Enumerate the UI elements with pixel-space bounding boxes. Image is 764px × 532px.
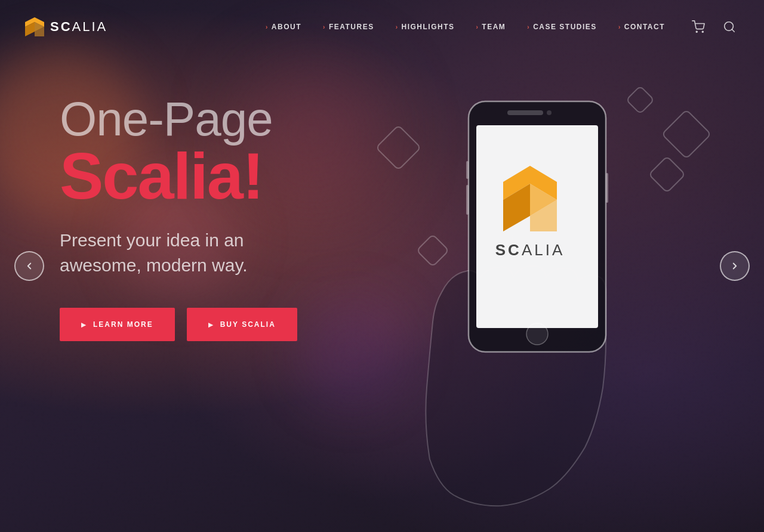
- nav-item-case-studies[interactable]: › CASE STUDIES: [516, 23, 608, 31]
- svg-line-7: [732, 29, 734, 32]
- svg-point-16: [526, 323, 548, 345]
- hero-section: SCALIA › ABOUT › FEATURES › HIGHLIGHTS: [0, 0, 764, 532]
- hero-title-line2: Scalia!: [60, 143, 297, 209]
- nav-label: CONTACT: [624, 23, 665, 31]
- buy-scalia-button[interactable]: ▶ BUY SCALIA: [187, 308, 297, 341]
- svg-point-5: [702, 31, 703, 32]
- slider-prev-button[interactable]: [14, 251, 44, 281]
- hero-buttons: ▶ LEARN MORE ▶ BUY SCALIA: [60, 308, 297, 341]
- svg-point-15: [547, 110, 552, 115]
- learn-more-label: LEARN MORE: [93, 320, 153, 329]
- hero-content: One-Page Scalia! Present your idea in an…: [60, 95, 297, 341]
- navbar: SCALIA › ABOUT › FEATURES › HIGHLIGHTS: [0, 0, 764, 54]
- scalia-logo-on-screen: [491, 161, 569, 239]
- nav-label: CASE STUDIES: [533, 23, 597, 31]
- phone-screen-logo: SCALIA: [452, 161, 608, 259]
- btn-play-icon: ▶: [208, 321, 214, 328]
- logo-text: SCALIA: [50, 19, 107, 35]
- nav-item-features[interactable]: › FEATURES: [312, 23, 385, 31]
- slider-next-button[interactable]: [720, 251, 750, 281]
- btn-play-icon: ▶: [81, 321, 87, 328]
- phone-svg: [382, 54, 680, 519]
- nav-arrow-icon: ›: [396, 24, 399, 30]
- nav-arrow-icon: ›: [618, 24, 621, 30]
- scalia-wordmark: SCALIA: [452, 241, 608, 259]
- wordmark-bold: SC: [495, 241, 522, 259]
- search-button[interactable]: [719, 16, 740, 38]
- cart-icon: [692, 20, 705, 33]
- nav-menu: › ABOUT › FEATURES › HIGHLIGHTS ›: [255, 23, 676, 31]
- nav-label: FEATURES: [329, 23, 374, 31]
- nav-label: ABOUT: [272, 23, 301, 31]
- phone-illustration: SCALIA: [310, 24, 716, 525]
- buy-scalia-label: BUY SCALIA: [220, 320, 276, 329]
- nav-item-contact[interactable]: › CONTACT: [608, 23, 676, 31]
- chevron-right-icon: [729, 261, 740, 271]
- nav-icons: [688, 16, 740, 38]
- hero-subtitle-line1: Present your idea in an: [60, 230, 244, 250]
- nav-arrow-icon: ›: [527, 24, 530, 30]
- svg-rect-14: [507, 110, 543, 115]
- logo[interactable]: SCALIA: [24, 16, 107, 38]
- nav-arrow-icon: ›: [476, 24, 479, 30]
- hero-title-line1: One-Page: [60, 95, 297, 143]
- nav-arrow-icon: ›: [266, 24, 269, 30]
- logo-icon: [24, 16, 45, 38]
- nav-label: TEAM: [482, 23, 506, 31]
- nav-item-highlights[interactable]: › HIGHLIGHTS: [385, 23, 466, 31]
- nav-label: HIGHLIGHTS: [402, 23, 455, 31]
- wordmark-light: ALIA: [522, 241, 565, 259]
- cart-button[interactable]: [688, 16, 709, 38]
- nav-item-about[interactable]: › ABOUT: [255, 23, 312, 31]
- chevron-left-icon: [24, 261, 35, 271]
- hero-subtitle-line2: awesome, modern way.: [60, 255, 248, 275]
- hero-subtitle: Present your idea in an awesome, modern …: [60, 228, 297, 278]
- nav-item-team[interactable]: › TEAM: [466, 23, 517, 31]
- svg-point-4: [696, 31, 697, 32]
- search-icon: [723, 20, 736, 33]
- learn-more-button[interactable]: ▶ LEARN MORE: [60, 308, 175, 341]
- nav-arrow-icon: ›: [323, 24, 326, 30]
